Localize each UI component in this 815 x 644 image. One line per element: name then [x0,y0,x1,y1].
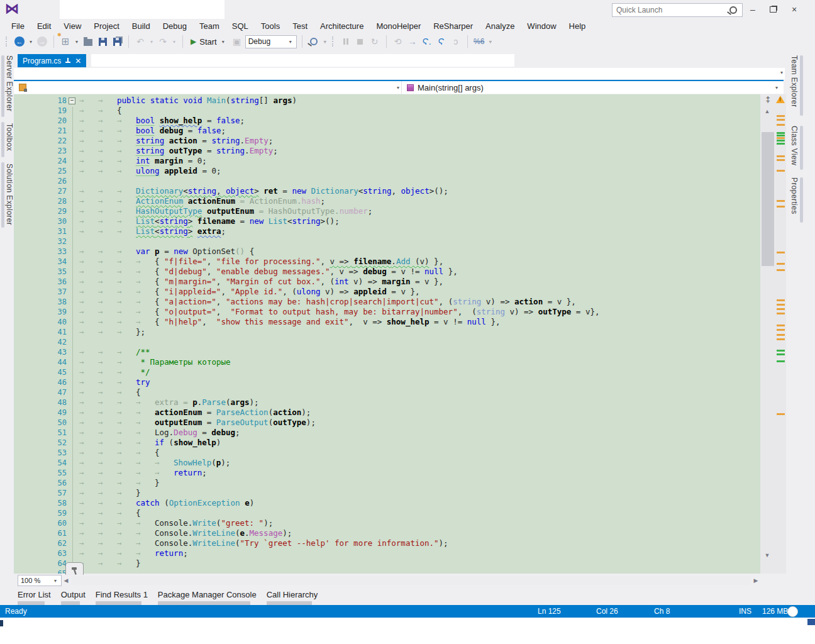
code-line[interactable]: 51→→→→Log.Debug = debug; [14,428,760,438]
code-line[interactable]: 33→→→var p = new OptionSet() { [14,247,760,257]
chevron-down-icon[interactable]: ▾ [779,70,785,75]
code-line[interactable]: 28→→→ActionEnum actionEnum = ActionEnum.… [14,196,760,206]
warning-mark[interactable] [777,252,785,253]
warning-mark[interactable] [777,308,785,310]
suggestion-mark[interactable] [777,143,785,145]
type-dropdown[interactable]: ▾ [14,81,401,94]
close-tab-icon[interactable]: ✕ [75,57,81,65]
code-line[interactable]: 21→→→bool debug = false; [14,126,760,136]
horizontal-scrollbar-track[interactable] [72,576,750,585]
code-line[interactable]: 22→→→string action = string.Empty; [14,136,760,146]
menu-item-edit[interactable]: Edit [31,20,57,32]
redo-dropdown[interactable]: ▾ [171,39,177,45]
feedback-icon[interactable] [787,606,798,617]
code-line[interactable]: 29→→→HashOutputType outputEnum = HashOut… [14,206,760,216]
solution-config-combobox[interactable]: Debug ▾ [245,35,297,48]
menu-item-file[interactable]: File [5,20,31,32]
suggestion-mark[interactable] [777,132,785,134]
code-line[interactable]: 30→→→List<string> filename = new List<st… [14,216,760,226]
scroll-right-icon[interactable]: ▶ [751,577,760,584]
suggestion-mark[interactable] [777,350,785,352]
scroll-left-icon[interactable]: ◀ [62,577,70,584]
code-line[interactable]: 60→→→→Console.Write("greet: "); [14,518,760,528]
warning-mark[interactable] [777,170,785,172]
scroll-down-icon[interactable]: ▼ [760,552,774,558]
toolbar-grip[interactable] [6,36,9,47]
code-line[interactable]: 47→→→{ [14,387,760,397]
code-line[interactable]: 36→→→→{ "m|margin=", "Margin of cut box.… [14,277,760,287]
code-line[interactable]: 41→→→}; [14,327,760,337]
toolbar-grip[interactable] [332,36,336,47]
code-line[interactable]: 62→→→→Console.WriteLine("Try `greet --he… [14,538,760,548]
open-file-icon[interactable] [82,35,94,48]
undo-dropdown[interactable]: ▾ [148,39,155,45]
warning-mark[interactable] [777,137,785,139]
menu-item-view[interactable]: View [57,20,87,32]
sidebar-item-properties[interactable]: Properties [790,177,799,214]
bottom-tab-find-results-1[interactable]: Find Results 1 [96,587,148,605]
code-line[interactable]: 48→→→→extra = p.Parse(args); [14,397,760,408]
menu-item-architecture[interactable]: Architecture [314,20,370,32]
menu-item-team[interactable]: Team [193,20,226,32]
show-next-statement-icon[interactable]: ⟲ [392,35,404,48]
warning-mark[interactable] [777,115,785,117]
fold-collapse-icon[interactable]: − [69,97,75,104]
menu-item-analyze[interactable]: Analyze [479,20,521,32]
run-to-cursor-icon[interactable]: → [406,35,419,48]
code-line[interactable]: 57→→→} [14,488,760,498]
code-line[interactable]: 23→→→string outType = string.Empty; [14,146,760,156]
restore-button[interactable] [763,4,782,15]
menu-item-resharper[interactable]: ReSharper [427,20,479,32]
menu-item-tools[interactable]: Tools [255,20,286,32]
attach-process-icon[interactable]: ▣ [231,35,243,48]
code-line[interactable]: 43→→→/** [14,347,760,357]
warning-mark[interactable] [777,269,785,271]
code-line[interactable]: 61→→→→Console.WriteLine(e.Message); [14,528,760,538]
step-into-icon[interactable]: Ϛ. [421,35,433,48]
code-line[interactable]: 26 [14,176,760,186]
warning-mark[interactable] [777,313,785,314]
code-line[interactable]: 49→→→→actionEnum = ParseAction(action); [14,408,760,418]
warning-mark[interactable] [777,119,785,121]
code-line[interactable]: 39→→→→{ "o|output=", "Format to output h… [14,307,760,317]
menu-item-build[interactable]: Build [126,20,157,32]
step-over-icon[interactable]: Ϛ [435,35,448,48]
start-dropdown[interactable]: ▾ [220,39,226,45]
close-button[interactable]: × [785,4,804,15]
new-project-dropdown[interactable]: ▾ [74,39,80,45]
suggestion-mark[interactable] [777,353,785,355]
start-debugging-button[interactable]: ▶ Start ▾ [188,36,229,48]
code-line[interactable]: 45→→→ */ [14,367,760,377]
scroll-up-icon[interactable]: ▲ [760,108,774,114]
warning-mark[interactable] [777,338,785,340]
quick-launch-input[interactable] [613,6,729,14]
navigate-back-icon[interactable]: ← [13,35,26,48]
warning-mark[interactable] [777,299,785,301]
step-out-icon[interactable]: ɔ [450,35,462,48]
code-line[interactable]: 27→→→Dictionary<string, object> ret = ne… [14,186,760,196]
quick-launch-box[interactable] [612,3,743,17]
redo-icon[interactable]: ↷ [157,35,169,48]
menu-item-monohelper[interactable]: MonoHelper [370,20,427,32]
code-line[interactable]: 56→→→→} [14,478,760,488]
zoom-combobox[interactable]: 100 % ▾ [18,575,62,586]
code-line[interactable]: 52→→→→if (show_help) [14,438,760,448]
bottom-tab-call-hierarchy[interactable]: Call Hierarchy [267,587,318,605]
code-line[interactable]: 20→→→bool show_help = false; [14,116,760,126]
minimize-button[interactable]: – [743,4,762,15]
save-all-icon[interactable] [111,35,123,48]
code-editor[interactable]: 18−→→public static void Main(string[] ar… [14,94,760,574]
sidebar-item-solution-explorer[interactable]: Solution Explorer [5,164,14,225]
menu-item-test[interactable]: Test [286,20,314,32]
code-line[interactable]: 63→→→→return; [14,548,760,558]
code-line[interactable]: 31→→→List<string> extra; [14,226,760,236]
code-line[interactable]: 32 [14,236,760,247]
code-line[interactable]: 42 [14,337,760,347]
menu-item-sql[interactable]: SQL [226,20,255,32]
warning-mark[interactable] [777,304,785,306]
member-dropdown[interactable]: Main(string[] args) ▾ [401,81,784,94]
code-line[interactable]: 40→→→→{ "h|help", "show this message and… [14,317,760,327]
resharper-warning-icon[interactable] [776,96,785,103]
code-line[interactable]: 64→→→} [14,558,760,569]
code-line[interactable]: 35→→→→{ "d|debug", "enable debug message… [14,267,760,277]
